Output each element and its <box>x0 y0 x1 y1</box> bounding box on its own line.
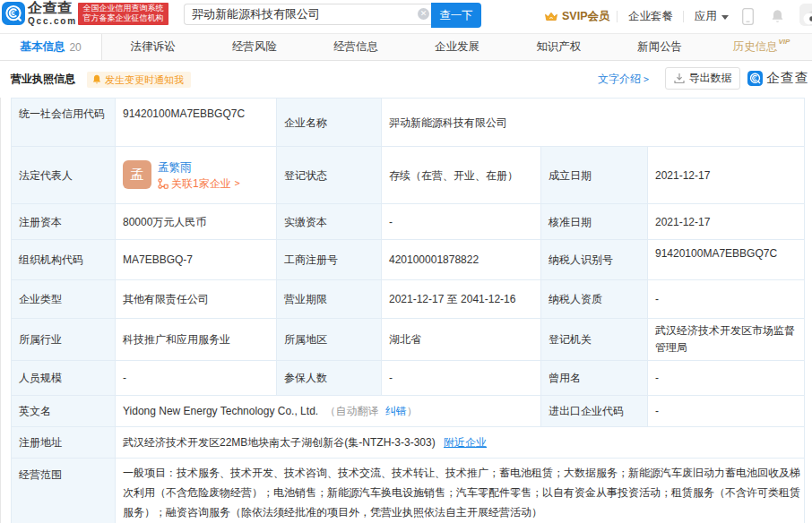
staff-label: 人员规模 <box>12 361 116 396</box>
taxpayer-quality-label: 纳税人资质 <box>541 280 648 319</box>
established-label: 成立日期 <box>541 147 648 204</box>
import-export-label: 进出口企业代码 <box>541 396 648 427</box>
crown-icon <box>544 11 558 23</box>
text-intro-link[interactable]: 文字介绍 > <box>598 61 649 98</box>
search-button[interactable]: 查一下 <box>431 3 481 28</box>
tab-label: 基本信息 <box>20 39 65 55</box>
table-row: 企业类型 其他有限责任公司 营业期限 2021-12-17 至 2041-12-… <box>12 280 805 319</box>
user-avatar[interactable] <box>799 4 812 26</box>
related-companies-link[interactable]: 关联1家企业 > <box>158 176 240 191</box>
site-header: 企查查 Qcc.com 全国企业信用查询系统 官方备案企业征信机构 ✕ 查一下 … <box>0 0 812 33</box>
brand-text[interactable]: 企查查 Qcc.com <box>28 1 77 26</box>
credit-code-value: 91420100MA7EBBGQ7C <box>116 99 277 147</box>
tab-legal-litigation[interactable]: 法律诉讼 <box>102 34 203 60</box>
window-left-edge <box>0 33 1 523</box>
notification-bell-icon[interactable] <box>771 0 784 33</box>
area-label: 所属地区 <box>277 319 382 361</box>
area-value: 湖北省 <box>382 319 541 361</box>
approval-date-value: 2021-12-17 <box>648 204 805 240</box>
table-row: 注册资本 80000万元人民币 实缴资本 - 核准日期 2021-12-17 <box>12 204 805 240</box>
tab-label: 经营风险 <box>232 39 277 55</box>
scope-label: 经营范围 <box>12 459 116 523</box>
badge-line1: 全国企业信用查询系统 <box>78 4 168 13</box>
english-name-value: Yidong New Energy Technology Co., Ltd. <box>123 405 318 417</box>
apps-menu-item[interactable]: 应用 <box>695 0 729 33</box>
industry-label: 所属行业 <box>12 319 116 361</box>
former-name-value: - <box>648 361 805 396</box>
import-export-value: - <box>648 396 805 427</box>
reg-number-label: 工商注册号 <box>277 240 382 280</box>
address-cell: 武汉经济技术开发区22MB地块南太子湖创新谷(集-NTZH-3-3-303) 附… <box>116 427 805 459</box>
search-input[interactable] <box>184 4 431 25</box>
tab-company-development[interactable]: 企业发展 <box>407 34 508 60</box>
brand-name: 企查查 <box>28 1 77 15</box>
nearby-companies-link[interactable]: 附近企业 <box>444 436 487 449</box>
official-badge: 全国企业信用查询系统 官方备案企业征信机构 <box>78 3 168 25</box>
status-value: 存续（在营、开业、在册） <box>382 147 541 204</box>
package-menu-item[interactable]: 企业套餐 <box>628 0 673 33</box>
taxpayer-id-label: 纳税人识别号 <box>541 240 648 280</box>
paid-capital-value: - <box>382 204 541 240</box>
chevron-down-icon <box>721 15 729 20</box>
header-divider <box>617 11 618 22</box>
registry-value: 武汉经济技术开发区市场监督管理局 <box>648 319 805 361</box>
table-row: 英文名 Yidong New Energy Technology Co., Lt… <box>12 396 805 427</box>
tab-intellectual-property[interactable]: 知识产权 <box>508 34 609 60</box>
company-type-value: 其他有限责任公司 <box>116 280 277 319</box>
company-name-label: 企业名称 <box>277 99 382 147</box>
mobile-app-icon[interactable] <box>742 0 754 33</box>
apps-label: 应用 <box>695 9 717 24</box>
tab-history-info[interactable]: 历史信息 VIP <box>711 34 812 60</box>
tab-label: 法律诉讼 <box>131 39 176 55</box>
tab-label: 新闻公告 <box>637 39 682 55</box>
tab-basic-info[interactable]: 基本信息 20 <box>0 34 102 60</box>
tab-label: 历史信息 <box>732 39 777 55</box>
qcc-stamp-icon <box>747 71 763 86</box>
tab-label: 知识产权 <box>536 39 581 55</box>
paid-capital-label: 实缴资本 <box>277 204 382 240</box>
qcc-stamp: 企查查 <box>747 67 809 90</box>
section-title: 营业执照信息 <box>11 61 75 98</box>
package-label: 企业套餐 <box>628 9 673 24</box>
notify-label: 发生变更时通知我 <box>105 73 184 87</box>
table-row: 注册地址 武汉经济技术开发区22MB地块南太子湖创新谷(集-NTZH-3-3-3… <box>12 427 805 459</box>
staff-value: - <box>116 361 277 396</box>
scope-value: 一般项目：技术服务、技术开发、技术咨询、技术交流、技术转让、技术推广；蓄电池租赁… <box>116 459 805 523</box>
table-row: 人员规模 - 参保人数 - 曾用名 - <box>12 361 805 396</box>
svip-menu-item[interactable]: SVIP会员 <box>544 0 610 33</box>
tab-label: 经营信息 <box>333 39 378 55</box>
badge-line2: 官方备案企业征信机构 <box>78 13 168 23</box>
correct-link[interactable]: 纠错 <box>385 405 407 417</box>
qcc-logo-icon[interactable] <box>2 2 25 25</box>
legal-rep-avatar[interactable]: 孟 <box>123 160 151 189</box>
header-divider <box>683 11 684 22</box>
taxpayer-id-value: 91420100MA7EBBGQ7C <box>648 240 805 280</box>
business-term-value: 2021-12-17 至 2041-12-16 <box>382 280 541 319</box>
notify-change-button[interactable]: 发生变更时通知我 <box>87 72 191 88</box>
credit-code-label: 统一社会信用代码 <box>12 99 116 147</box>
tab-operation-risk[interactable]: 经营风险 <box>203 34 305 60</box>
qcc-stamp-label: 企查查 <box>766 70 809 87</box>
approval-date-label: 核准日期 <box>541 204 648 240</box>
clear-search-icon[interactable]: ✕ <box>418 8 429 20</box>
reg-capital-value: 80000万元人民币 <box>116 204 277 240</box>
legal-rep-link[interactable]: 孟繁雨 <box>158 160 240 175</box>
org-code-value: MA7EBBGQ-7 <box>116 240 277 280</box>
svip-label: SVIP会员 <box>562 9 610 24</box>
text-intro-label: 文字介绍 <box>598 72 641 87</box>
bell-icon <box>92 74 101 85</box>
related-companies-label: 关联1家企业 <box>171 176 231 191</box>
org-icon <box>158 178 168 189</box>
address-label: 注册地址 <box>12 427 116 459</box>
tab-bar: 基本信息 20 法律诉讼 经营风险 经营信息 企业发展 知识产权 新闻公告 历史… <box>0 33 812 61</box>
brand-domain: Qcc.com <box>28 17 77 26</box>
vip-badge: VIP <box>778 38 790 46</box>
tab-operation-info[interactable]: 经营信息 <box>305 34 406 60</box>
company-type-label: 企业类型 <box>12 280 116 319</box>
registry-label: 登记机关 <box>541 319 648 361</box>
tab-label: 企业发展 <box>435 39 479 55</box>
export-data-button[interactable]: 导出数据 <box>665 67 740 90</box>
table-row: 所属行业 科技推广和应用服务业 所属地区 湖北省 登记机关 武汉经济技术开发区市… <box>12 319 805 361</box>
table-row: 组织机构代码 MA7EBBGQ-7 工商注册号 420100001878822 … <box>12 240 805 280</box>
tab-news[interactable]: 新闻公告 <box>609 34 711 60</box>
